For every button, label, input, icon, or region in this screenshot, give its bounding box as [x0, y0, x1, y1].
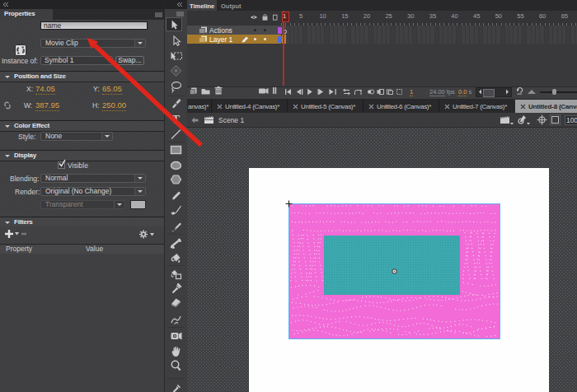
svg-text:T: T [172, 114, 181, 126]
